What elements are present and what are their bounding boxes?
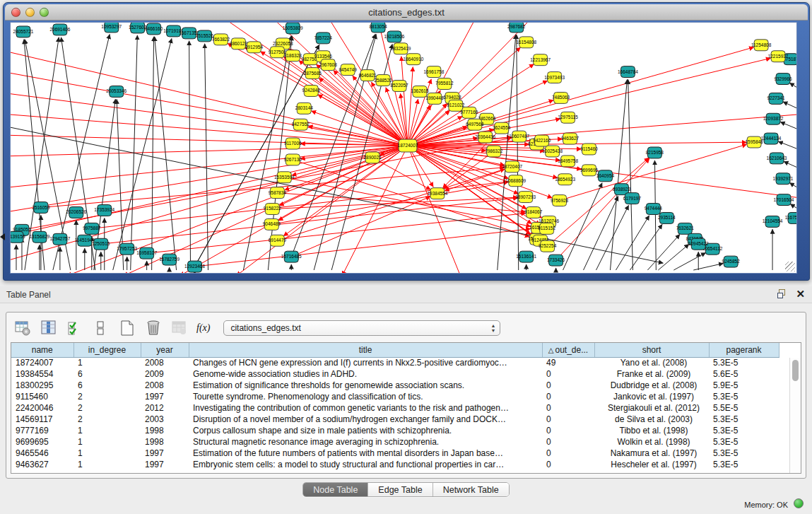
graph-node[interactable]: 19392971 (773, 173, 794, 185)
table-cell[interactable]: 1997 (141, 391, 189, 402)
table-row[interactable]: 2242004622012Investigating the contribut… (11, 402, 779, 414)
graph-node[interactable]: 7632621 (676, 223, 695, 234)
table-source-dropdown[interactable]: citations_edges.txt ▲▼ (223, 320, 500, 336)
graph-node[interactable]: 18907293 (515, 192, 536, 203)
graph-node[interactable]: 9474444 (645, 204, 663, 215)
column-header-name[interactable]: name (11, 343, 73, 357)
graph-node[interactable]: 2935114 (658, 212, 676, 223)
table-row[interactable]: 977716911998Corpus callosum shape and si… (11, 425, 779, 436)
table-cell[interactable]: 0 (542, 368, 594, 380)
graph-node[interactable]: 7986322 (485, 146, 503, 157)
graph-hub-node[interactable]: 18724007 (398, 139, 418, 152)
table-cell[interactable]: 1997 (141, 459, 189, 470)
table-cell[interactable]: 14569117 (11, 414, 73, 425)
create-new-icon[interactable] (118, 319, 136, 337)
table-cell[interactable]: 6 (73, 380, 141, 391)
table-cell[interactable]: 0 (542, 436, 594, 448)
graph-node[interactable]: 2890021 (363, 152, 382, 163)
graph-node[interactable]: 9117006 (284, 138, 302, 149)
graph-node[interactable]: 9756928 (551, 195, 569, 206)
graph-node[interactable]: 2588520 (374, 75, 392, 86)
table-row[interactable]: 1456911722003Disruption of a novel membe… (11, 414, 779, 425)
graph-node[interactable]: 9046489 (263, 218, 281, 230)
graph-node[interactable]: 9699695 (580, 165, 599, 176)
graph-node[interactable]: 8466160 (145, 23, 163, 35)
graph-node[interactable]: 10688609 (505, 175, 526, 187)
table-cell[interactable]: 0 (542, 414, 594, 425)
graph-node[interactable]: 11254808 (751, 40, 772, 51)
table-cell[interactable]: 2 (73, 402, 141, 414)
graph-node[interactable]: 18720407 (502, 161, 522, 173)
graph-node[interactable]: 18654923 (555, 174, 575, 185)
graph-node[interactable]: 12975115 (558, 112, 578, 123)
graph-node[interactable]: 9267130 (284, 154, 302, 165)
graph-node[interactable]: 9139159 (11, 231, 25, 243)
graph-node[interactable]: 16053809 (283, 23, 303, 34)
table-cell[interactable]: 0 (542, 448, 594, 459)
table-cell[interactable]: 9115460 (11, 391, 73, 402)
table-cell[interactable]: 6 (73, 368, 141, 380)
table-cell[interactable]: de Silva et al. (2003) (594, 414, 709, 425)
graph-node[interactable]: 24055721 (13, 26, 34, 37)
graph-node[interactable]: 16154808 (516, 37, 536, 48)
graph-node[interactable]: 8813054 (369, 23, 387, 33)
graph-node[interactable]: 17957253 (117, 243, 137, 255)
table-cell[interactable]: 49 (542, 357, 594, 368)
graph-node[interactable]: 11675318 (785, 212, 796, 223)
table-row[interactable]: 946554611997Estimation of the future num… (11, 448, 779, 459)
graph-node[interactable]: 9227341 (767, 93, 785, 104)
graph-node[interactable]: 7485063 (552, 92, 570, 103)
delete-icon[interactable] (144, 319, 163, 337)
panel-collapse-arrow-icon[interactable] (0, 233, 5, 240)
table-vertical-scrollbar[interactable] (789, 358, 801, 473)
column-header-short[interactable]: short (594, 343, 709, 357)
table-cell[interactable]: Jankovic et al. (1997) (594, 391, 709, 402)
table-cell[interactable]: 2 (73, 391, 141, 402)
table-cell[interactable]: Estimation of the future numbers of pati… (189, 448, 542, 459)
table-cell[interactable]: Estimation of significance thresholds fo… (189, 380, 542, 391)
graph-node[interactable]: 15716485 (281, 251, 302, 262)
table-cell[interactable]: Hescheler et al. (1997) (594, 459, 709, 470)
table-row[interactable]: 1872400712008Changes of HCN gene express… (11, 357, 779, 368)
table-cell[interactable]: Embryonic stem cells: a model to study s… (189, 459, 542, 470)
table-row[interactable]: 1830029562008Estimation of significance … (11, 380, 779, 391)
graph-node[interactable]: 6497568 (466, 119, 484, 130)
table-cell[interactable]: 0 (542, 402, 594, 414)
graph-node[interactable]: 2967608 (319, 59, 338, 71)
graph-node[interactable]: 16961758 (424, 66, 445, 78)
table-cell[interactable]: 1998 (141, 436, 189, 448)
close-panel-icon[interactable]: ✕ (796, 289, 805, 299)
table-cell[interactable]: Disruption of a novel member of a sodium… (189, 414, 542, 425)
graph-node[interactable]: 9329966 (774, 74, 792, 85)
graph-node[interactable]: 6914479 (269, 235, 287, 246)
graph-node[interactable]: 16782759 (159, 254, 180, 265)
column-header-pagerank[interactable]: pagerank (709, 343, 779, 357)
show-columns-icon[interactable] (40, 319, 58, 337)
table-cell[interactable]: 5.3E-5 (709, 436, 779, 448)
graph-node[interactable]: 15353594 (274, 172, 295, 183)
table-cell[interactable]: 2009 (141, 368, 189, 380)
graph-node[interactable]: 2803144 (295, 103, 314, 114)
graph-node[interactable]: 8215958 (646, 147, 664, 158)
graph-node[interactable]: 1595848 (745, 136, 763, 148)
table-cell[interactable]: 18300295 (11, 380, 73, 391)
table-cell[interactable]: 9465546 (11, 448, 73, 459)
table-cell[interactable]: 2008 (141, 357, 189, 368)
table-cell[interactable]: 5.3E-5 (709, 414, 779, 425)
table-cell[interactable]: Franke et al. (2009) (594, 368, 709, 380)
graph-node[interactable]: 7663822 (212, 34, 230, 45)
float-panel-icon[interactable] (777, 289, 787, 299)
network-canvas[interactable]: 2405572120691406109532971527602846616010… (10, 22, 797, 274)
table-cell[interactable]: Nakamura et al. (1997) (594, 448, 709, 459)
table-settings-icon[interactable] (13, 319, 32, 337)
graph-node[interactable]: 8427552 (292, 119, 310, 130)
column-header-title[interactable]: title (189, 343, 542, 357)
table-cell[interactable]: Investigating the contribution of common… (189, 402, 542, 414)
delete-table-icon[interactable] (170, 319, 189, 337)
table-cell[interactable]: Tourette syndrome. Phenomenology and cla… (189, 391, 542, 402)
table-row[interactable]: 969969511998Structural magnetic resonanc… (11, 436, 779, 448)
table-cell[interactable]: 5.3E-5 (709, 391, 779, 402)
unselect-all-icon[interactable] (92, 319, 110, 337)
column-header-in_degree[interactable]: in_degree (73, 343, 141, 357)
table-cell[interactable]: Corpus callosum shape and size in male p… (189, 425, 542, 436)
